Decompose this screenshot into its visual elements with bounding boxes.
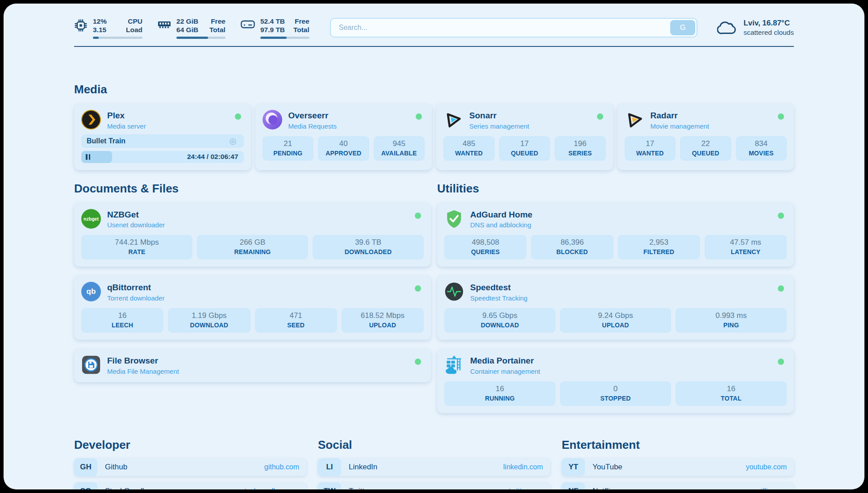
app-card-sonarr[interactable]: Sonarr Series management 485 WANTED 17 Q… — [436, 104, 613, 170]
stat-label: MOVIES — [738, 150, 785, 157]
stat-label: SERIES — [556, 150, 604, 157]
stat-label: RUNNING — [446, 395, 554, 402]
now-playing-bar: Bullet Train ◎ — [81, 134, 244, 148]
bookmark-stackoverflow[interactable]: SO StackOverflow stackoverflow.com — [74, 482, 306, 489]
search-engine-button[interactable]: G — [670, 20, 695, 35]
disk-progress — [260, 37, 309, 39]
app-card-nzbget[interactable]: nzbget NZBGet Usenet downloader 744.21 M… — [74, 203, 431, 267]
status-dot — [415, 285, 421, 292]
bookmark-name: LinkedIn — [349, 463, 377, 472]
ram-label-1: Free — [209, 17, 225, 25]
cloud-icon — [717, 20, 738, 35]
bookmark-url: linkedin.com — [503, 463, 543, 471]
weather-condition: scattered clouds — [743, 28, 794, 37]
ram-icon — [158, 19, 171, 30]
stat-value: 0 — [562, 384, 669, 393]
bookmark-youtube[interactable]: YT YouTube youtube.com — [562, 458, 794, 476]
bookmark-group-social: Social LI LinkedIn linkedin.com TW Twitt… — [318, 438, 550, 489]
bookmark-badge: NF — [562, 482, 585, 489]
app-card-portainer[interactable]: Media Portainer Container management 16 … — [437, 349, 794, 413]
app-card-adguard[interactable]: AdGuard Home DNS and adblocking 498,508 … — [437, 203, 794, 267]
speedtest-icon — [444, 282, 464, 301]
ram-usage-widget: 22 GiB 64 GiB Free Total — [158, 17, 225, 39]
overseerr-icon — [263, 110, 282, 130]
stat-tile: 485 WANTED — [443, 136, 495, 161]
bookmark-netflix[interactable]: NF Netflix netflix.com — [562, 482, 794, 489]
stat-tile: 21 PENDING — [263, 136, 314, 161]
stat-value: 0.993 ms — [677, 311, 785, 320]
app-subtitle: Media File Management — [107, 368, 179, 375]
filebrowser-icon — [81, 355, 101, 375]
app-subtitle: DNS and adblocking — [470, 221, 532, 229]
now-playing-title: Bullet Train — [87, 137, 227, 145]
stat-tile: 945 AVAILABLE — [374, 136, 425, 161]
stat-value: 86,396 — [533, 238, 611, 247]
stat-tile: 834 MOVIES — [736, 136, 787, 161]
bookmark-linkedin[interactable]: LI LinkedIn linkedin.com — [318, 458, 550, 476]
stat-label: UPLOAD — [562, 322, 669, 329]
app-subtitle: Container management — [470, 368, 540, 375]
stat-tile: 618.52 Mbps UPLOAD — [342, 308, 424, 333]
stat-value: 2,953 — [620, 238, 698, 247]
stat-tile: 196 SERIES — [555, 136, 606, 161]
stat-tile: 471 SEED — [255, 308, 337, 333]
stat-tile: 498,508 QUERIES — [444, 235, 526, 259]
ram-progress — [176, 37, 225, 39]
media-session-icon[interactable]: ◎ — [227, 137, 239, 146]
app-card-overseerr[interactable]: Overseerr Media Requests 21 PENDING 40 A… — [255, 104, 432, 170]
nzbget-icon: nzbget — [81, 209, 101, 229]
app-subtitle: Series management — [469, 122, 529, 130]
plex-icon — [81, 110, 101, 130]
stat-label: QUEUED — [682, 150, 730, 157]
stat-tile: 47.57 ms LATENCY — [705, 235, 787, 259]
bookmark-name: YouTube — [593, 463, 622, 472]
portainer-icon — [444, 355, 464, 375]
weather-location-temp: Lviv, 16.87°C — [743, 18, 794, 28]
status-dot — [415, 359, 421, 365]
stat-value: 1.19 Gbps — [170, 311, 248, 320]
stat-value: 471 — [257, 311, 335, 320]
status-dot — [778, 285, 784, 292]
bookmark-name: Netflix — [593, 487, 613, 489]
bookmark-twitter[interactable]: TW Twitter twitter.com — [318, 482, 550, 489]
app-card-plex[interactable]: Plex Media server Bullet Train ◎ 24:44 — [74, 104, 251, 170]
search-input[interactable] — [330, 18, 697, 38]
stat-tile: 40 APPROVED — [318, 136, 369, 161]
stat-value: 47.57 ms — [706, 238, 785, 247]
disk-label-1: Free — [293, 17, 309, 25]
app-title: Speedtest — [470, 283, 527, 293]
stat-label: SEED — [257, 322, 335, 329]
disk-icon — [241, 19, 255, 29]
stat-label: DOWNLOAD — [446, 322, 554, 329]
stat-label: STOPPED — [562, 395, 669, 402]
utilities-column: Utilities AdGuard Home — [437, 182, 794, 413]
stat-value: 17 — [501, 139, 549, 148]
search-bar: G — [330, 18, 697, 38]
bookmark-url: github.com — [264, 463, 299, 471]
stat-tile: 9.24 Gbps UPLOAD — [560, 308, 671, 333]
stat-tile: 744.21 Mbps RATE — [81, 235, 192, 259]
bookmark-github[interactable]: GH Github github.com — [74, 458, 306, 476]
disk-usage-widget: 52.4 TB 97.9 TB Free Total — [241, 17, 309, 39]
app-title: AdGuard Home — [470, 210, 532, 220]
status-dot — [778, 359, 784, 365]
stat-value: 485 — [445, 139, 493, 148]
app-title: NZBGet — [107, 210, 165, 220]
stat-label: AVAILABLE — [376, 150, 423, 157]
app-card-speedtest[interactable]: Speedtest Speedtest Tracking 9.65 Gbps D… — [437, 276, 794, 340]
stat-value: 834 — [738, 139, 785, 148]
stat-label: REMAINING — [199, 248, 306, 255]
bookmark-badge: LI — [318, 458, 341, 476]
bookmark-url: youtube.com — [746, 463, 787, 471]
stat-label: DOWNLOAD — [170, 322, 248, 329]
app-card-qbittorrent[interactable]: qb qBittorrent Torrent downloader 16 LEE… — [74, 276, 431, 340]
qbittorrent-icon: qb — [81, 282, 101, 301]
stat-label: PING — [677, 322, 785, 329]
app-subtitle: Usenet downloader — [107, 221, 165, 229]
app-card-filebrowser[interactable]: File Browser Media File Management — [74, 349, 431, 382]
stat-label: TOTAL — [677, 395, 785, 402]
section-title-documents: Documents & Files — [74, 182, 431, 196]
app-card-radarr[interactable]: Radarr Movie management 17 WANTED 22 QUE… — [618, 104, 794, 170]
sonarr-icon — [442, 109, 464, 131]
weather-widget: Lviv, 16.87°C scattered clouds — [717, 18, 794, 37]
